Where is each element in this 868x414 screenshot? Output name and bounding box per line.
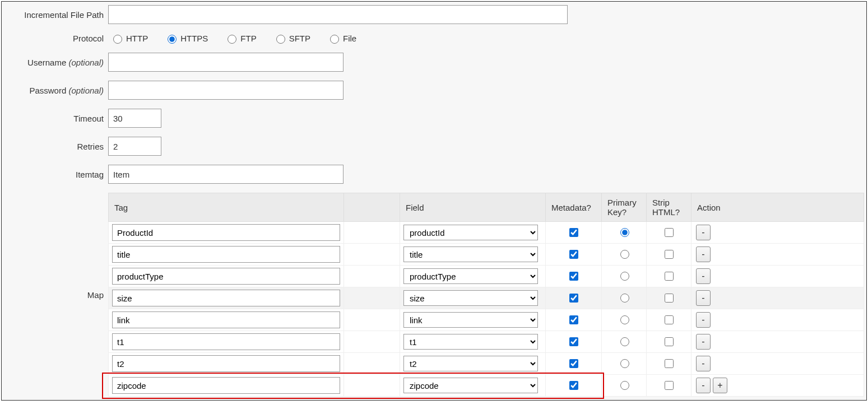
protocol-radio-label-sftp: SFTP [289,34,310,43]
map-header-metadata: Metadata? [546,193,602,222]
map-strip-html-checkbox[interactable] [665,359,674,368]
protocol-radio-label-ftp: FTP [240,34,256,43]
map-primary-key-radio[interactable] [620,359,629,368]
map-remove-row-button[interactable]: - [696,356,711,371]
map-label: Map [4,193,108,397]
map-remove-row-button[interactable]: - [696,378,711,393]
map-metadata-checkbox[interactable] [569,359,578,368]
protocol-radio-label-https: HTTPS [180,34,208,43]
map-field-select[interactable]: productType [403,268,538,284]
map-primary-key-radio[interactable] [620,381,629,390]
map-remove-row-button[interactable]: - [696,290,711,306]
password-input[interactable] [108,81,344,100]
map-header-strip-html: Strip HTML? [647,193,691,222]
map-metadata-checkbox[interactable] [569,337,578,346]
map-field-select[interactable]: productId [403,225,538,240]
protocol-radio-https[interactable] [168,35,177,44]
protocol-radio-file[interactable] [330,35,339,44]
map-strip-html-checkbox[interactable] [665,294,674,303]
map-row: title- [109,244,864,266]
map-row: t2- [109,353,864,375]
incremental-file-path-input[interactable] [108,5,568,24]
map-tag-input[interactable] [112,224,340,241]
protocol-radio-sftp[interactable] [276,35,285,44]
map-strip-html-checkbox[interactable] [665,228,674,237]
map-header-field: Field [400,193,546,222]
map-remove-row-button[interactable]: - [696,246,711,262]
password-label: Password (optional) [4,86,108,95]
map-add-row-button[interactable]: + [713,378,727,393]
map-primary-key-radio[interactable] [620,294,629,303]
map-primary-key-radio[interactable] [620,315,629,324]
map-primary-key-radio[interactable] [620,337,629,346]
map-primary-key-radio[interactable] [620,228,629,237]
map-field-select[interactable]: link [403,312,538,328]
map-metadata-checkbox[interactable] [569,228,578,237]
map-metadata-checkbox[interactable] [569,381,578,390]
timeout-label: Timeout [4,114,108,123]
protocol-radio-label-http: HTTP [126,34,148,43]
map-row: productType- [109,266,864,287]
map-field-select[interactable]: size [403,290,538,306]
map-header-spacer [344,193,400,222]
map-header-tag: Tag [109,193,344,222]
map-metadata-checkbox[interactable] [569,272,578,281]
map-row: t1- [109,331,864,353]
map-header-primary-key: Primary Key? [602,193,647,222]
protocol-radio-ftp[interactable] [228,35,236,44]
map-tag-input[interactable] [112,311,340,328]
protocol-radio-label-file: File [343,34,356,43]
map-tag-input[interactable] [112,355,340,372]
map-field-select[interactable]: zipcode [403,378,538,393]
retries-input[interactable] [108,137,161,156]
map-metadata-checkbox[interactable] [569,294,578,303]
map-metadata-checkbox[interactable] [569,250,578,259]
map-strip-html-checkbox[interactable] [665,381,674,390]
map-strip-html-checkbox[interactable] [665,337,674,346]
timeout-input[interactable] [108,109,161,128]
map-strip-html-checkbox[interactable] [665,315,674,324]
map-metadata-checkbox[interactable] [569,315,578,324]
map-remove-row-button[interactable]: - [696,225,711,240]
map-tag-input[interactable] [112,333,340,350]
map-tag-input[interactable] [112,377,340,394]
map-field-select[interactable]: title [403,246,538,262]
map-table: Tag Field Metadata? Primary Key? Strip H… [108,193,864,397]
map-primary-key-radio[interactable] [620,250,629,259]
map-remove-row-button[interactable]: - [696,334,711,350]
retries-label: Retries [4,142,108,151]
protocol-radio-http[interactable] [113,35,122,44]
map-row: productId- [109,222,864,244]
username-input[interactable] [108,53,344,72]
protocol-label: Protocol [4,34,108,43]
map-remove-row-button[interactable]: - [696,312,711,328]
map-remove-row-button[interactable]: - [696,268,711,284]
map-row: zipcode-+ [109,375,864,397]
map-primary-key-radio[interactable] [620,272,629,281]
map-strip-html-checkbox[interactable] [665,250,674,259]
map-field-select[interactable]: t1 [403,334,538,350]
map-header-action: Action [691,193,864,222]
itemtag-input[interactable] [108,165,344,184]
username-label: Username (optional) [4,58,108,67]
incremental-file-path-label: Incremental File Path [4,10,108,20]
map-tag-input[interactable] [112,246,340,263]
protocol-radio-group: HTTPHTTPSFTPSFTPFile [108,33,356,44]
map-tag-input[interactable] [112,290,340,306]
map-strip-html-checkbox[interactable] [665,272,674,281]
map-field-select[interactable]: t2 [403,356,538,371]
map-tag-input[interactable] [112,268,340,285]
map-row: link- [109,309,864,331]
itemtag-label: Itemtag [4,170,108,179]
map-row: size- [109,287,864,309]
